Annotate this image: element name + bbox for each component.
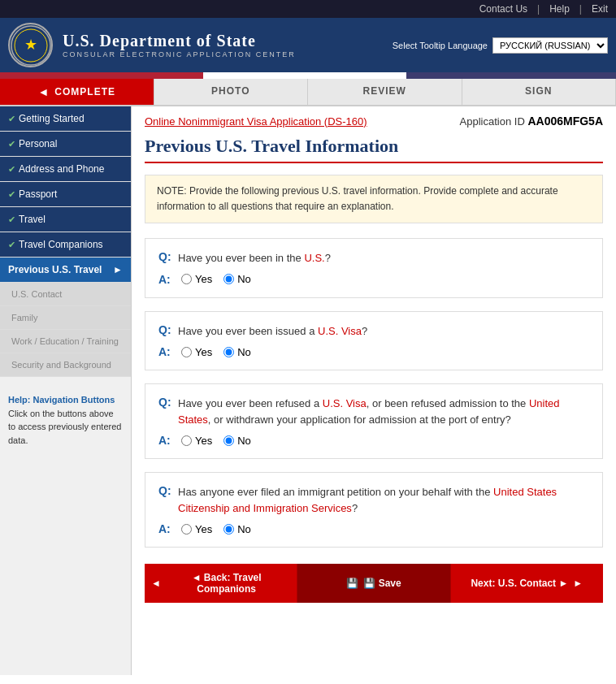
a4-yes-option[interactable]: Yes (181, 523, 212, 535)
app-link[interactable]: Online Nonimmigrant Visa Application (DS… (145, 115, 367, 128)
a3-no-radio[interactable] (223, 435, 234, 446)
page-title: Previous U.S. Travel Information (145, 136, 603, 163)
a1-row: A: Yes No (158, 273, 589, 286)
a3-row: A: Yes No (158, 434, 589, 447)
sidebar-item-address[interactable]: ✔ Address and Phone (0, 157, 131, 182)
q3-text: Have you ever been refused a U.S. Visa, … (178, 396, 589, 427)
sidebar-item-travel[interactable]: ✔ Travel (0, 207, 131, 232)
a4-label: A: (158, 522, 173, 535)
help-box: Help: Navigation Buttons Click on the bu… (0, 385, 131, 455)
a1-radio-group: Yes No (181, 273, 251, 285)
tab-complete[interactable]: ◄ COMPLETE (0, 79, 154, 105)
contact-link[interactable]: Contact Us (479, 3, 527, 15)
save-button[interactable]: 💾 💾 Save (297, 564, 450, 603)
q1-row: Q: Have you ever been in the U.S.? (158, 250, 589, 266)
sidebar-item-travel-companions[interactable]: ✔ Travel Companions (0, 232, 131, 258)
a3-no-option[interactable]: No (223, 435, 251, 447)
save-icon: 💾 (346, 578, 358, 589)
dept-title: U.S. Department of State CONSULAR ELECTR… (63, 32, 296, 58)
sidebar-arrow-icon: ► (113, 264, 123, 275)
a4-no-option[interactable]: No (223, 523, 251, 535)
a4-yes-radio[interactable] (181, 524, 192, 535)
tab-arrow-icon: ◄ (37, 85, 50, 98)
svg-text:★: ★ (24, 37, 37, 53)
a2-no-option[interactable]: No (223, 346, 251, 358)
check-icon: ✔ (8, 240, 15, 250)
next-arrow-icon: ► (573, 578, 583, 589)
a3-radio-group: Yes No (181, 435, 251, 447)
sidebar-item-us-contact[interactable]: U.S. Contact (0, 283, 131, 306)
tab-sign[interactable]: SIGN (462, 79, 617, 105)
app-id: Application ID AA006MFG5A (460, 115, 603, 128)
exit-link[interactable]: Exit (592, 3, 608, 15)
next-button[interactable]: Next: U.S. Contact ► ► (451, 564, 603, 603)
sidebar-item-passport[interactable]: ✔ Passport (0, 182, 131, 207)
q1-label: Q: (158, 250, 173, 263)
a2-yes-radio[interactable] (181, 347, 192, 357)
a2-label: A: (158, 345, 173, 358)
bottom-nav: ◄ ◄ Back: Travel Companions 💾 💾 Save Nex… (145, 564, 603, 603)
top-bar: Contact Us | Help | Exit (0, 0, 616, 18)
check-icon: ✔ (8, 214, 15, 225)
a1-yes-radio[interactable] (181, 274, 192, 284)
check-icon: ✔ (8, 114, 15, 124)
a1-yes-option[interactable]: Yes (181, 273, 212, 285)
check-icon: ✔ (8, 189, 15, 200)
app-id-bar: Online Nonimmigrant Visa Application (DS… (145, 115, 603, 128)
a2-radio-group: Yes No (181, 346, 251, 358)
question-1: Q: Have you ever been in the U.S.? A: Ye… (145, 238, 603, 298)
note-box: NOTE: Provide the following previous U.S… (145, 175, 603, 223)
q2-label: Q: (158, 323, 173, 336)
a2-row: A: Yes No (158, 345, 589, 358)
check-icon: ✔ (8, 139, 15, 149)
q4-row: Q: Has anyone ever filed an immigrant pe… (158, 484, 589, 516)
q4-text: Has anyone ever filed an immigrant petit… (178, 484, 589, 516)
question-2: Q: Have you ever been issued a U.S. Visa… (145, 311, 603, 371)
q3-row: Q: Have you ever been refused a U.S. Vis… (158, 396, 589, 427)
q4-label: Q: (158, 484, 173, 497)
questions-container: Q: Have you ever been in the U.S.? A: Ye… (145, 238, 603, 548)
tab-review[interactable]: REVIEW (308, 79, 462, 105)
back-button[interactable]: ◄ ◄ Back: Travel Companions (145, 564, 297, 603)
check-icon: ✔ (8, 164, 15, 175)
seal-icon: ★ (8, 23, 53, 67)
a3-yes-radio[interactable] (181, 435, 192, 446)
a1-label: A: (158, 273, 173, 286)
lang-dropdown[interactable]: РУССКИЙ (RUSSIAN) ENGLISH (492, 37, 608, 54)
sidebar-item-security[interactable]: Security and Background (0, 353, 131, 377)
tab-photo[interactable]: PHOTO (154, 79, 309, 105)
content-area: Online Nonimmigrant Visa Application (DS… (132, 106, 616, 675)
a2-no-radio[interactable] (223, 347, 234, 357)
header: ★ U.S. Department of State CONSULAR ELEC… (0, 18, 616, 72)
sidebar-item-getting-started[interactable]: ✔ Getting Started (0, 106, 131, 132)
nav-tabs: ◄ COMPLETE PHOTO REVIEW SIGN (0, 79, 616, 106)
q2-row: Q: Have you ever been issued a U.S. Visa… (158, 323, 589, 340)
a1-no-radio[interactable] (223, 274, 234, 284)
a4-no-radio[interactable] (223, 524, 234, 535)
a2-yes-option[interactable]: Yes (181, 346, 212, 358)
sidebar: ✔ Getting Started ✔ Personal ✔ Address a… (0, 106, 132, 675)
a4-radio-group: Yes No (181, 523, 251, 535)
flag-stripe (0, 72, 616, 79)
a3-label: A: (158, 434, 173, 447)
sidebar-item-work-education[interactable]: Work / Education / Training (0, 330, 131, 353)
help-link[interactable]: Help (549, 3, 570, 15)
main-layout: ✔ Getting Started ✔ Personal ✔ Address a… (0, 106, 616, 675)
back-arrow-icon: ◄ (151, 578, 161, 589)
a1-no-option[interactable]: No (223, 273, 251, 285)
question-4: Q: Has anyone ever filed an immigrant pe… (145, 472, 603, 548)
a3-yes-option[interactable]: Yes (181, 435, 212, 447)
q1-text: Have you ever been in the U.S.? (178, 250, 331, 266)
lang-selector: Select Tooltip Language РУССКИЙ (RUSSIAN… (393, 37, 608, 54)
lang-label: Select Tooltip Language (393, 41, 488, 50)
q2-text: Have you ever been issued a U.S. Visa? (178, 323, 367, 340)
sidebar-item-personal[interactable]: ✔ Personal (0, 132, 131, 157)
sidebar-item-family[interactable]: Family (0, 306, 131, 330)
q3-label: Q: (158, 396, 173, 409)
question-3: Q: Have you ever been refused a U.S. Vis… (145, 383, 603, 459)
sidebar-item-previous-travel[interactable]: Previous U.S. Travel ► (0, 258, 131, 283)
a4-row: A: Yes No (158, 522, 589, 535)
